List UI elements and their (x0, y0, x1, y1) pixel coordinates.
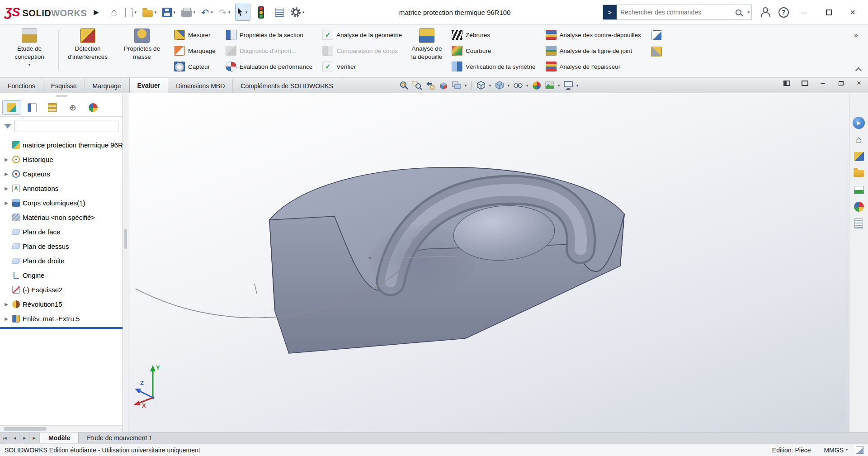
expand-arrow-icon[interactable]: ▶ (3, 171, 9, 176)
tree-item-plan-de-droite[interactable]: Plan de droite (0, 253, 123, 268)
prev-tab-button[interactable]: ◀ (10, 432, 20, 443)
tree-item-corps-volumiques[interactable]: ▶Corps volumiques(1) (0, 195, 123, 210)
hide-show-items-icon[interactable] (512, 80, 524, 91)
file-explorer-button[interactable] (853, 167, 865, 179)
expand-arrow-icon[interactable]: ▶ (3, 186, 9, 191)
dropdown-caret-icon[interactable]: ▾ (488, 83, 492, 88)
apply-scene-icon[interactable] (543, 80, 556, 91)
mass-properties-button[interactable]: Propriétés de masse (115, 27, 169, 75)
tab-dimxpert-manager[interactable]: ⊕ (63, 100, 82, 115)
measure-button[interactable]: Mesurer (172, 28, 217, 42)
next-tab-button[interactable]: ▶ (20, 432, 30, 443)
tree-item-historique[interactable]: ▶Historique (0, 152, 123, 166)
tree-item-revolution15[interactable]: ▶Révolution15 (0, 297, 123, 311)
part-model[interactable] (128, 93, 849, 432)
expand-arrow-icon[interactable]: ▶ (3, 157, 9, 162)
performance-evaluation-button[interactable]: Evaluation de performance (224, 59, 314, 74)
tab-feature-manager[interactable] (2, 100, 21, 115)
undo-button[interactable]: ↶▾ (200, 4, 216, 21)
tab-dimensions-mbd[interactable]: Dimensions MBD (168, 79, 233, 93)
dropdown-caret-icon[interactable]: ▾ (192, 10, 197, 14)
dropdown-caret-icon[interactable]: ▾ (153, 10, 158, 14)
expand-arrow-icon[interactable]: ▶ (3, 316, 9, 321)
ribbon-overflow-button[interactable]: » (854, 31, 858, 39)
dropdown-caret-icon[interactable]: ▾ (209, 10, 214, 14)
dropdown-caret-icon[interactable]: ▾ (506, 83, 511, 88)
tab-evaluer[interactable]: Evaluer (129, 78, 169, 93)
edit-appearance-icon[interactable] (530, 80, 542, 91)
doc-close-icon[interactable]: × (855, 80, 863, 86)
redo-button[interactable]: ↷▾ (217, 4, 233, 21)
collapse-ribbon-icon[interactable] (855, 67, 862, 74)
options-button[interactable]: ▾ (290, 4, 307, 21)
unit-system-selector[interactable]: MMGS▾ (824, 446, 848, 454)
thickness-analysis-button[interactable]: Analyse de l'épaisseur (544, 59, 643, 74)
new-document-button[interactable]: ▾ (124, 4, 139, 21)
view-orientation-icon[interactable] (475, 80, 487, 91)
dropdown-caret-icon[interactable]: ▾ (133, 10, 138, 14)
tree-item-materiau[interactable]: Matériau <non spécifié> (0, 210, 123, 224)
tree-item-esquisse2[interactable]: (-) Esquisse2 (0, 282, 123, 297)
section-properties-button[interactable]: Propriétés de la section (224, 28, 314, 42)
minimize-button[interactable]: – (794, 3, 816, 21)
appearances-button[interactable] (853, 201, 865, 213)
pane-layout-icon[interactable] (801, 80, 808, 86)
check-button[interactable]: ✓Vérifier (321, 59, 404, 74)
design-checker-button[interactable] (649, 28, 664, 43)
tree-horizontal-scrollbar[interactable] (0, 425, 123, 432)
zoom-area-icon[interactable] (411, 80, 423, 91)
tab-esquisse[interactable]: Esquisse (43, 79, 85, 93)
select-tool-button[interactable]: ▾ (235, 4, 250, 21)
save-button[interactable]: ▾ (161, 4, 178, 21)
filter-input[interactable] (14, 120, 118, 132)
parting-line-analysis-button[interactable]: Analyse de la ligne de joint (544, 43, 643, 58)
home-button[interactable]: ⌂ (106, 4, 122, 21)
zoom-fit-icon[interactable] (398, 80, 410, 91)
panel-splitter[interactable] (123, 93, 128, 432)
search-input[interactable] (617, 9, 736, 16)
first-tab-button[interactable]: |◀ (0, 432, 10, 443)
command-search[interactable]: > ▾ (603, 5, 752, 20)
tab-configuration-manager[interactable] (43, 100, 62, 115)
tree-item-plan-de-dessus[interactable]: Plan de dessus (0, 239, 123, 253)
split-pane-icon[interactable] (783, 80, 790, 86)
tree-item-capteurs[interactable]: ▶Capteurs (0, 166, 123, 181)
account-button[interactable] (757, 4, 773, 21)
tree-item-annotations[interactable]: ▶AAnnotations (0, 181, 123, 195)
expand-arrow-icon[interactable]: ▶ (3, 200, 9, 205)
close-button[interactable]: × (842, 3, 863, 21)
zebra-stripes-button[interactable]: Zébrures (450, 28, 538, 42)
view-palette-button[interactable] (853, 184, 865, 196)
custom-properties-button[interactable] (853, 218, 865, 229)
doc-minimize-icon[interactable]: – (819, 80, 826, 86)
markup-button[interactable]: Marquage (172, 43, 217, 58)
dropdown-caret-icon[interactable]: ▾ (525, 83, 529, 88)
splitter-handle[interactable] (124, 229, 127, 249)
tab-etude-mouvement[interactable]: Etude de mouvement 1 (79, 432, 160, 443)
undercut-analysis-button[interactable]: Analyse des contre-dépouilles (544, 28, 643, 42)
edit-status-icon[interactable] (856, 446, 863, 454)
tree-item-origine[interactable]: Origine (0, 268, 123, 282)
restore-button[interactable] (818, 3, 840, 21)
section-view-icon[interactable] (437, 80, 449, 91)
open-button[interactable]: ▾ (142, 4, 159, 21)
interference-detection-button[interactable]: Détection d'interférences (61, 27, 114, 75)
design-study-button[interactable]: Etude de conception ▾ (3, 27, 56, 75)
rollback-bar[interactable] (0, 327, 123, 329)
resources-button[interactable]: ⌂ (853, 134, 865, 146)
dropdown-caret-icon[interactable]: ▾ (244, 10, 249, 14)
interference-status-button[interactable] (253, 4, 269, 21)
graphics-viewport[interactable]: Y Z X (128, 93, 849, 432)
print-button[interactable]: ▾ (180, 4, 198, 21)
dropdown-caret-icon[interactable]: ▾ (301, 10, 306, 14)
menu-expand-icon[interactable]: ▶ (94, 8, 99, 16)
design-library-button[interactable] (853, 151, 865, 162)
dropdown-caret-icon[interactable]: ▾ (226, 10, 232, 14)
search-caret-icon[interactable]: ▾ (746, 10, 751, 14)
tree-item-enlev-mat-extru5[interactable]: ▶Enlèv. mat.-Extru.5 (0, 311, 123, 326)
tab-fonctions[interactable]: Fonctions (0, 79, 43, 93)
panel-grip[interactable] (0, 93, 123, 99)
view-settings-icon[interactable] (562, 80, 574, 91)
tree-item-part-root[interactable]: matrice protection thermique 96R100 (0, 138, 123, 152)
document-properties-button[interactable] (271, 4, 288, 21)
